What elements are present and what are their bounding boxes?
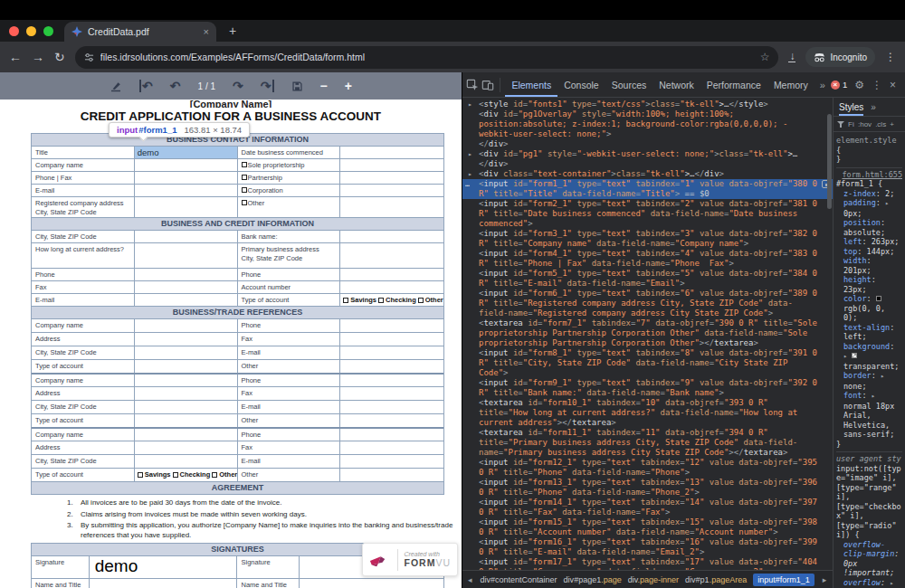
form-field[interactable] [135, 455, 238, 468]
form-field[interactable] [135, 375, 238, 386]
browser-tab[interactable]: CreditData.pdf × [64, 22, 216, 42]
dom-tree-node[interactable]: <textarea id="form10_1" tabindex="10" da… [479, 398, 820, 428]
crumbs-scroll-left-icon[interactable]: ◂ [466, 575, 474, 584]
window-minimize-button[interactable] [26, 26, 36, 36]
more-sidebar-tabs-icon[interactable]: » [871, 102, 876, 112]
checkbox-option[interactable]: Savings [138, 470, 171, 479]
css-property[interactable]: position: absolute; [836, 218, 902, 237]
form-field[interactable] [340, 281, 443, 293]
form-field[interactable] [135, 360, 238, 373]
form-field[interactable] [135, 333, 238, 346]
tune-icon[interactable] [84, 52, 94, 62]
bookmark-star-icon[interactable]: ☆ [760, 51, 770, 63]
dom-tree-node[interactable]: <div id="pg1Overlay" style="width:100%; … [479, 109, 820, 139]
dom-tree-node[interactable]: ▸<div id="pg1" style="-webkit-user-selec… [479, 149, 820, 169]
form-field[interactable]: SavingsCheckingOther [135, 469, 238, 481]
form-field[interactable] [135, 197, 238, 217]
form-field[interactable] [135, 387, 238, 400]
form-field[interactable] [135, 231, 238, 242]
download-icon[interactable]: ↓ [788, 52, 795, 62]
color-swatch[interactable] [852, 353, 857, 358]
css-property[interactable]: font: ▸ normal 18px Arial, Helvetica, sa… [836, 391, 902, 440]
form-field[interactable] [340, 172, 443, 184]
dom-tree-node[interactable]: <input id="form5_1" type="text" tabindex… [479, 269, 820, 289]
devtools-tab-performance[interactable]: Performance [700, 72, 767, 97]
window-close-button[interactable] [9, 26, 19, 36]
form-field[interactable]: SavingsCheckingOther [340, 294, 443, 306]
settings-gear-icon[interactable]: ⚙ [854, 79, 864, 91]
form-field[interactable] [340, 319, 443, 332]
checkbox[interactable] [378, 298, 384, 303]
checkbox[interactable] [242, 187, 247, 193]
style-selector[interactable]: #form1_1 { [836, 179, 902, 189]
checkbox[interactable] [138, 472, 143, 478]
form-field[interactable] [340, 185, 443, 196]
form-field[interactable] [340, 414, 443, 427]
dom-tree-node[interactable]: <input id="form4_1" type="text" tabindex… [479, 249, 820, 269]
form-field[interactable] [340, 243, 443, 268]
form-field[interactable] [135, 429, 238, 441]
form-field[interactable] [135, 172, 238, 184]
form-field[interactable] [135, 319, 238, 332]
form-field[interactable] [135, 185, 238, 196]
tab-close-icon[interactable]: × [204, 26, 209, 37]
url-text[interactable]: files.idrsolutions.com/Examples/AFForms/… [100, 52, 754, 62]
dom-tree-node[interactable]: </div> [479, 139, 820, 149]
dom-tree-node[interactable]: <input id="form12_1" type="text" tabinde… [479, 458, 820, 478]
form-field[interactable] [135, 401, 238, 413]
css-property[interactable]: overflow-clip-margin: 0px !important; [836, 540, 902, 578]
css-property[interactable]: height: 23px; [836, 275, 902, 294]
filter-input[interactable]: Filter [848, 120, 854, 128]
checkbox[interactable] [418, 298, 424, 303]
new-tab-icon[interactable]: + [229, 24, 236, 38]
expand-arrow-icon[interactable]: ▸ [468, 169, 472, 179]
css-property[interactable]: top: 144px; [836, 247, 902, 257]
form-field[interactable] [340, 455, 443, 468]
toggle-hover-state[interactable]: :hov [858, 120, 872, 128]
dom-tree-scrollbar[interactable] [826, 98, 833, 588]
forward-icon[interactable]: → [32, 51, 44, 63]
form-field[interactable] [135, 243, 238, 268]
form-field[interactable] [135, 159, 238, 171]
css-property[interactable]: padding: ▸ 0px; [836, 198, 902, 218]
formvu-badge[interactable]: Created with FORMVU [362, 543, 458, 576]
reload-icon[interactable]: ↻ [54, 51, 65, 63]
inspected-form-field[interactable]: demo [135, 147, 238, 158]
breadcrumb-item[interactable]: input#form1_1 [753, 574, 814, 586]
devtools-tab-network[interactable]: Network [653, 72, 700, 97]
toggle-classes[interactable]: .cls [875, 120, 886, 128]
node-options-icon[interactable]: … [465, 179, 471, 189]
form-field[interactable] [340, 147, 443, 158]
form-field[interactable] [340, 159, 443, 171]
checkbox-option[interactable]: Savings [343, 296, 376, 305]
devtools-tab-sources[interactable]: Sources [605, 72, 653, 97]
breadcrumb-item[interactable]: div#page1.page [564, 575, 622, 584]
dom-tree-node[interactable]: <input id="form2_1" type="text" tabindex… [479, 199, 820, 229]
dom-tree-node[interactable]: <textarea id="form11_1" tabindex="11" da… [479, 428, 820, 458]
form-field[interactable] [135, 281, 238, 293]
dom-tree-node[interactable]: <input id="form15_1" type="text" tabinde… [479, 517, 820, 537]
dom-tree-node[interactable]: <input id="form3_1" type="text" tabindex… [479, 229, 820, 249]
next-page-icon[interactable]: ↷ [233, 80, 243, 92]
devtools-close-icon[interactable]: × [890, 79, 896, 91]
form-field[interactable] [135, 346, 238, 359]
dom-tree-node[interactable]: <input id="form1_1" type="text" tabindex… [462, 179, 833, 199]
dom-tree-node[interactable]: <input id="form16_1" type="text" tabinde… [479, 537, 820, 557]
devtools-tab-elements[interactable]: Elements [505, 72, 557, 97]
checkbox[interactable] [242, 162, 247, 167]
form-field[interactable] [340, 333, 443, 346]
css-property[interactable]: border: ▸ none; [836, 371, 902, 391]
form-field[interactable] [90, 579, 238, 588]
dom-tree-node[interactable]: <input id="form13_1" type="text" tabinde… [479, 478, 820, 498]
inspect-element-icon[interactable] [466, 76, 479, 94]
dom-tree-node[interactable]: <input id="form14_1" type="text" tabinde… [479, 498, 820, 517]
css-property[interactable]: text-align: left; [836, 323, 902, 342]
css-property[interactable]: color: rgb(0, 0, 0); [836, 294, 902, 323]
css-property[interactable]: width: 201px; [836, 256, 902, 275]
devtools-menu-icon[interactable]: ⋮ [872, 79, 882, 91]
form-field[interactable] [340, 197, 443, 217]
form-field[interactable] [340, 401, 443, 413]
checkbox[interactable] [242, 175, 247, 180]
style-source-link[interactable]: form.html:655 [836, 170, 902, 180]
form-field[interactable] [340, 346, 443, 359]
